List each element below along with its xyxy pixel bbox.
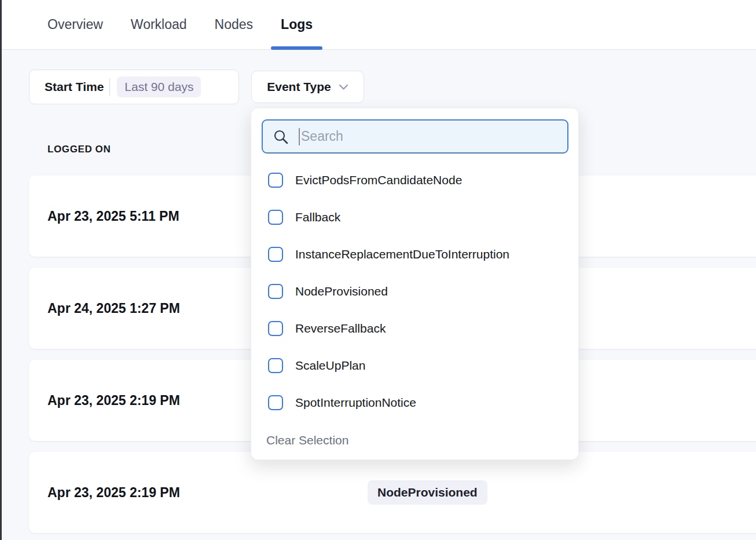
tab-workload-label: Workload — [131, 17, 187, 32]
start-time-filter-value: Last 90 days — [117, 76, 201, 97]
checkbox-unchecked[interactable] — [268, 358, 283, 373]
column-header-logged-on: LOGGED ON — [47, 144, 111, 155]
log-row-4[interactable]: Apr 23, 2025 2:19 PM NodeProvisioned — [29, 452, 756, 533]
logged-on-timestamp: Apr 24, 2025 1:27 PM — [47, 301, 180, 316]
logged-on-timestamp: Apr 23, 2025 2:19 PM — [47, 393, 180, 408]
event-type-filter-button[interactable]: Event Type — [251, 71, 364, 103]
checkbox-unchecked[interactable] — [268, 395, 283, 410]
tab-nodes[interactable]: Nodes — [215, 0, 253, 50]
checkbox-unchecked[interactable] — [268, 284, 283, 299]
checkbox-unchecked[interactable] — [268, 210, 283, 225]
option-label: ReverseFallback — [295, 322, 386, 335]
tab-overview-label: Overview — [47, 17, 103, 32]
event-type-filter-label: Event Type — [267, 80, 331, 94]
search-icon — [273, 129, 289, 145]
dropdown-search-box[interactable] — [262, 119, 568, 154]
option-label: NodeProvisioned — [295, 284, 388, 298]
tab-logs-label: Logs — [281, 17, 313, 32]
option-spotinterruptionnotice[interactable]: SpotInterruptionNotice — [262, 384, 568, 421]
text-cursor — [299, 128, 300, 145]
checkbox-unchecked[interactable] — [268, 247, 283, 262]
filter-divider — [109, 78, 110, 96]
chevron-down-icon — [339, 84, 348, 90]
tab-overview[interactable]: Overview — [47, 0, 103, 50]
checkbox-unchecked[interactable] — [268, 173, 283, 188]
logged-on-timestamp: Apr 23, 2025 2:19 PM — [47, 485, 180, 501]
option-label: InstanceReplacementDueToInterruption — [295, 247, 509, 261]
option-label: EvictPodsFromCandidateNode — [295, 173, 462, 187]
option-label: Fallback — [295, 210, 340, 224]
event-type-dropdown-panel: EvictPodsFromCandidateNode Fallback Inst… — [251, 108, 579, 460]
option-label: ScaleUpPlan — [295, 359, 365, 373]
option-label: SpotInterruptionNotice — [295, 396, 416, 410]
start-time-filter[interactable]: Start Time Last 90 days — [29, 70, 239, 104]
clear-selection-button[interactable]: Clear Selection — [262, 433, 348, 447]
option-evictpodsfromcandidatenode[interactable]: EvictPodsFromCandidateNode — [262, 162, 568, 199]
tab-logs[interactable]: Logs — [281, 0, 313, 50]
option-nodeprovisioned[interactable]: NodeProvisioned — [262, 273, 568, 310]
tab-nodes-label: Nodes — [215, 17, 253, 32]
option-instancereplacementduetointerruption[interactable]: InstanceReplacementDueToInterruption — [262, 236, 568, 273]
window-left-edge — [0, 0, 2, 540]
event-type-badge: NodeProvisioned — [368, 480, 487, 505]
dropdown-search-input[interactable] — [301, 121, 567, 152]
option-fallback[interactable]: Fallback — [262, 199, 568, 236]
event-type-option-list: EvictPodsFromCandidateNode Fallback Inst… — [262, 162, 568, 421]
tab-workload[interactable]: Workload — [131, 0, 187, 50]
option-scaleupplan[interactable]: ScaleUpPlan — [262, 347, 568, 384]
logged-on-timestamp: Apr 23, 2025 5:11 PM — [47, 209, 179, 224]
checkbox-unchecked[interactable] — [268, 321, 283, 336]
option-reversefallback[interactable]: ReverseFallback — [262, 310, 568, 347]
start-time-filter-label: Start Time — [45, 80, 104, 94]
active-tab-underline — [271, 46, 322, 50]
tab-bar: Overview Workload Nodes Logs — [0, 0, 756, 50]
